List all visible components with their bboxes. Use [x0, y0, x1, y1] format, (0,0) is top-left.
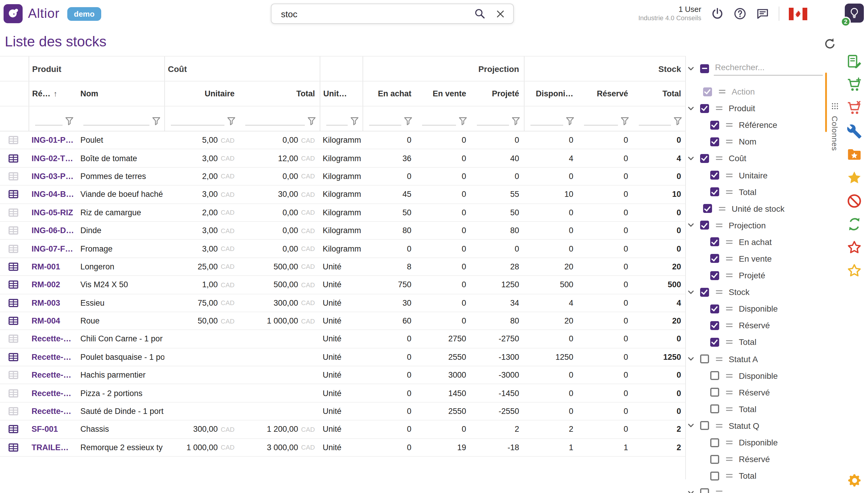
column-checkbox[interactable] — [710, 371, 719, 380]
idea-button[interactable]: 2 — [845, 4, 864, 23]
drag-handle-icon[interactable] — [715, 489, 723, 493]
table-row[interactable]: TRAILE…Remorque 2 essieux ty1 000,00CAD3… — [0, 438, 685, 457]
settings-gear-button[interactable] — [846, 472, 862, 488]
chevron-down-icon[interactable] — [687, 65, 695, 72]
column-checkbox[interactable] — [700, 287, 709, 297]
filter-input[interactable] — [639, 120, 671, 126]
product-reference[interactable]: ING-01-P… — [28, 131, 77, 149]
filter-input[interactable] — [584, 120, 618, 126]
filter-input[interactable] — [326, 120, 348, 126]
filter-icon[interactable] — [152, 116, 161, 126]
drag-handle-icon[interactable] — [725, 305, 733, 313]
column-header-10[interactable]: Total — [633, 82, 686, 106]
product-reference[interactable]: ING-06-D… — [28, 222, 77, 239]
filter-icon[interactable] — [227, 116, 236, 126]
column-checkbox[interactable] — [700, 488, 709, 493]
column-header-8[interactable]: Disponi… — [524, 82, 578, 106]
global-search-input[interactable] — [271, 8, 474, 19]
product-reference[interactable]: ING-04-B… — [28, 186, 77, 203]
filter-input[interactable] — [477, 120, 509, 126]
drag-handle-icon[interactable] — [715, 355, 723, 363]
product-reference[interactable]: RM-004 — [28, 312, 77, 330]
drag-handle-icon[interactable] — [725, 321, 733, 330]
column-header-4[interactable]: Unit… — [320, 82, 363, 106]
chevron-down-icon[interactable] — [687, 422, 695, 430]
search-icon[interactable] — [474, 8, 486, 20]
table-row[interactable]: ING-06-D…Dinde3,00CAD0,00CADKilogramm800… — [0, 222, 685, 240]
filter-icon[interactable] — [566, 116, 574, 126]
column-checkbox[interactable] — [710, 471, 719, 480]
filter-input[interactable] — [369, 120, 401, 126]
columns-search-input[interactable] — [714, 61, 823, 76]
product-reference[interactable]: ING-07-F… — [28, 240, 77, 257]
drag-handle-icon[interactable] — [718, 87, 726, 96]
folder-favorite-button[interactable] — [846, 146, 862, 162]
column-header-7[interactable]: Projeté — [471, 82, 524, 106]
table-row[interactable]: Recette-…Poulet basquaise - 1 poUnité025… — [0, 348, 685, 366]
chevron-down-icon[interactable] — [687, 155, 695, 162]
filter-icon[interactable] — [459, 116, 467, 126]
filter-icon[interactable] — [511, 116, 520, 126]
drag-handle-icon[interactable] — [725, 455, 733, 463]
drag-handle-icon[interactable] — [725, 472, 733, 480]
drag-handle-icon[interactable] — [725, 271, 733, 279]
product-reference[interactable]: ING-03-P… — [28, 168, 77, 185]
table-row[interactable]: RM-004Roue50,00CAD1 000,00CADUnité600802… — [0, 312, 685, 330]
drag-handle-icon[interactable] — [725, 171, 733, 179]
filter-input[interactable] — [245, 120, 305, 126]
select-all-checkbox[interactable] — [700, 64, 709, 73]
chevron-down-icon[interactable] — [687, 221, 695, 229]
column-checkbox[interactable] — [710, 238, 719, 246]
drag-handle-icon[interactable] — [715, 422, 723, 430]
product-reference[interactable]: RM-002 — [28, 276, 77, 294]
column-checkbox[interactable] — [710, 121, 719, 129]
columns-tab[interactable]: Colonnes — [829, 102, 841, 151]
filter-input[interactable] — [35, 120, 62, 126]
feedback-icon[interactable] — [756, 7, 769, 20]
filter-icon[interactable] — [620, 116, 629, 126]
table-row[interactable]: ING-07-F…Fromage3,00CAD0,00CADKilogramm0… — [0, 240, 685, 258]
star-gold-button[interactable] — [846, 170, 862, 186]
table-row[interactable]: Recette-…Pizza - 2 portionsUnité01450-14… — [0, 384, 685, 403]
product-reference[interactable]: Recette-… — [28, 348, 77, 366]
table-row[interactable]: RM-002Vis M24 X 501,00CAD500,00CADUnité7… — [0, 276, 685, 294]
drag-handle-icon[interactable] — [725, 405, 733, 413]
power-icon[interactable] — [711, 7, 724, 20]
column-header-0[interactable]: Ré…↑ — [28, 82, 77, 106]
column-checkbox[interactable] — [710, 271, 719, 280]
drag-handle-icon[interactable] — [725, 255, 733, 263]
column-checkbox[interactable] — [700, 154, 709, 163]
filter-input[interactable] — [171, 120, 224, 126]
filter-icon[interactable] — [350, 116, 359, 126]
column-checkbox[interactable] — [703, 87, 712, 96]
column-header-5[interactable]: En achat — [363, 82, 416, 106]
tools-button[interactable] — [846, 123, 862, 139]
table-row[interactable]: Recette-…Sauté de Dinde - 1 portUnité025… — [0, 403, 685, 421]
column-checkbox[interactable] — [710, 388, 719, 396]
refresh-button[interactable] — [822, 36, 838, 52]
canada-flag-icon[interactable] — [789, 7, 807, 20]
product-reference[interactable]: TRAILE… — [28, 438, 77, 456]
table-row[interactable]: RM-003Essieu75,00CAD300,00CADUnité300344… — [0, 294, 685, 312]
table-row[interactable]: ING-02-T…Boîte de tomate3,00CAD12,00CADK… — [0, 150, 685, 168]
column-checkbox[interactable] — [710, 304, 719, 314]
drag-handle-icon[interactable] — [725, 138, 733, 146]
forbidden-button[interactable] — [846, 193, 862, 209]
column-checkbox[interactable] — [710, 338, 719, 347]
table-row[interactable]: ING-05-RIZRiz de camargue2,00CAD0,00CADK… — [0, 204, 685, 222]
product-reference[interactable]: ING-02-T… — [28, 150, 77, 167]
star-outline-gold-button[interactable] — [846, 262, 862, 278]
product-reference[interactable]: ING-05-RIZ — [28, 204, 77, 221]
table-row[interactable]: RM-001Longeron25,00CAD500,00CADUnité8028… — [0, 258, 685, 276]
column-header-6[interactable]: En vente — [416, 82, 471, 106]
drag-handle-icon[interactable] — [725, 388, 733, 396]
drag-handle-icon[interactable] — [725, 438, 733, 447]
product-reference[interactable]: RM-003 — [28, 294, 77, 312]
drag-handle-icon[interactable] — [725, 188, 733, 196]
column-checkbox[interactable] — [710, 254, 719, 263]
filter-input[interactable] — [83, 120, 149, 126]
recycle-button[interactable] — [846, 216, 862, 232]
star-outline-red-button[interactable] — [846, 239, 862, 255]
column-checkbox[interactable] — [710, 137, 719, 146]
help-icon[interactable] — [733, 7, 747, 20]
